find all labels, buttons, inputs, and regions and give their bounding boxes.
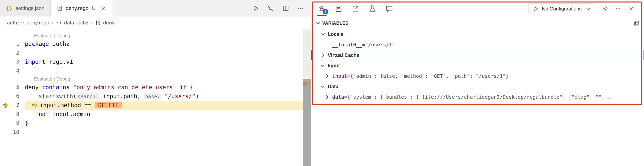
debug-config-dropdown[interactable]: No Configurations	[528, 3, 595, 14]
editor-scrollbar[interactable]	[302, 29, 311, 166]
variable-data[interactable]: data = {"system": {"bundles": {"file:///…	[311, 92, 644, 102]
open-changes-icon[interactable]	[267, 5, 274, 12]
breadcrumb-separator: ›	[22, 20, 24, 26]
chevron-down-icon[interactable]	[320, 84, 326, 90]
chevron-down-icon[interactable]	[320, 31, 326, 37]
code-token: input.admin	[49, 111, 90, 117]
code-line-3[interactable]: 3import rego.v1	[0, 57, 302, 66]
code-line-1[interactable]: 1package authz	[0, 39, 302, 48]
line-content: input.method == "DELETE"	[25, 101, 302, 110]
code-token: search:	[76, 93, 100, 100]
scrollbar-thumb[interactable]	[302, 79, 311, 166]
code-line-7[interactable]: 7 input.method == "DELETE"	[0, 101, 302, 110]
close-tab-icon[interactable]	[100, 5, 106, 11]
tab-deny-rego[interactable]: deny.rego U	[51, 0, 113, 17]
code-line-6[interactable]: 6 startswith(search: input.path, base: "…	[0, 92, 302, 101]
breadcrumb-item-data.authz[interactable]: data.authz	[56, 20, 88, 26]
breadcrumb-item-deny[interactable]: deny	[95, 20, 114, 26]
chevron-right-icon[interactable]	[324, 94, 330, 100]
line-number: 1	[0, 39, 25, 48]
scope-label: Virtual Cache	[328, 52, 359, 58]
codelens: Evaluate | Debug	[0, 75, 302, 83]
code-line-2[interactable]: 2	[0, 48, 302, 57]
code-token: {	[190, 84, 194, 91]
code-token: input.path	[100, 93, 137, 100]
start-debug-icon[interactable]	[532, 6, 538, 12]
editor-actions	[252, 0, 311, 16]
variables-section-header[interactable]: VARIABLES	[311, 18, 644, 29]
line-number: 9	[0, 119, 25, 128]
more-icon[interactable]	[615, 6, 621, 12]
code-token	[186, 84, 190, 91]
code-token: ,	[137, 93, 144, 100]
chevron-right-icon[interactable]	[320, 52, 326, 58]
variable-input[interactable]: input = {"admin": false, "method": "GET"…	[311, 71, 644, 81]
comment-icon[interactable]	[385, 5, 393, 13]
variable-__local0__[interactable]: __local0__ = "/users/1"	[311, 39, 644, 50]
code-lines: Evaluate | Debug1package authz23import r…	[0, 32, 302, 137]
export-icon[interactable]	[352, 5, 360, 13]
code-line-9[interactable]: 9}	[0, 119, 302, 128]
debug-current-line-icon	[2, 102, 9, 109]
debug-panel: 1 No Configurations VARIABLES Locals__lo…	[311, 0, 644, 166]
beaker-icon[interactable]	[368, 5, 376, 13]
codelens-evaluate[interactable]: Evaluate	[34, 76, 52, 81]
gutter[interactable]: 5	[0, 83, 25, 92]
line-content: package authz	[25, 39, 302, 48]
code-editor[interactable]: Evaluate | Debug1package authz23import r…	[0, 29, 302, 166]
breadcrumb-item-authz[interactable]: authz	[7, 20, 20, 26]
gutter[interactable]: 6	[0, 92, 25, 101]
list-icon[interactable]	[335, 5, 342, 13]
code-token: not	[38, 111, 49, 117]
more-icon[interactable]	[297, 5, 304, 12]
scope-virtual-cache[interactable]: Virtual Cache	[311, 50, 644, 60]
breadcrumb-separator: ›	[91, 20, 93, 26]
line-content	[25, 48, 302, 57]
code-line-5[interactable]: 5deny contains "only admins can delete u…	[0, 83, 302, 92]
line-number: 8	[0, 110, 25, 119]
line-content: import rego.v1	[25, 57, 302, 66]
variable-name: input	[332, 73, 347, 79]
codelens-debug[interactable]: Debug	[56, 33, 70, 38]
code-line-8[interactable]: 8 not input.admin	[0, 110, 302, 119]
gutter[interactable]: 7	[0, 101, 25, 110]
code-token	[25, 111, 38, 117]
chevron-down-icon	[585, 6, 591, 12]
code-line-10[interactable]: 10	[0, 128, 302, 137]
chevron-down-icon[interactable]	[320, 62, 326, 68]
breadcrumb-label: deny	[103, 20, 114, 26]
breadcrumb-item-deny.rego[interactable]: deny.rego	[26, 20, 50, 26]
debug-view-icons: 1	[318, 5, 393, 13]
codelens-evaluate[interactable]: Evaluate	[34, 33, 52, 38]
json-braces-icon: {}	[6, 5, 13, 11]
chevron-right-icon[interactable]	[324, 73, 330, 79]
gutter[interactable]: 2	[0, 48, 25, 57]
gear-icon[interactable]	[602, 6, 608, 12]
code-token	[176, 84, 180, 91]
gutter[interactable]: 9	[0, 119, 25, 128]
line-content: deny contains "only admins can delete us…	[25, 83, 302, 92]
code-token: }	[25, 120, 28, 126]
run-or-debug-icon[interactable]	[252, 5, 260, 12]
code-token: base:	[144, 93, 161, 100]
scope-input[interactable]: Input	[311, 60, 644, 71]
debug-alt-icon[interactable]: 1	[318, 5, 326, 13]
collapse-all-icon[interactable]	[634, 20, 640, 26]
gutter[interactable]: 4	[0, 66, 25, 75]
gutter[interactable]: 3	[0, 57, 25, 66]
code-token: if	[180, 84, 186, 91]
close-icon[interactable]	[628, 6, 634, 12]
codelens-debug[interactable]: Debug	[56, 76, 70, 81]
gutter[interactable]: 8	[0, 110, 25, 119]
scope-label: Locals	[328, 31, 343, 37]
scope-data[interactable]: Data	[311, 81, 644, 92]
tab-settings-json[interactable]: {} settings.json	[0, 0, 51, 16]
chevron-down-icon	[315, 20, 321, 26]
code-token: rego.v1	[46, 59, 73, 65]
scope-locals[interactable]: Locals	[311, 29, 644, 39]
code-line-4[interactable]: 4	[0, 66, 302, 75]
gutter[interactable]: 1	[0, 39, 25, 48]
split-editor-icon[interactable]	[282, 5, 289, 12]
gutter[interactable]: 10	[0, 128, 25, 137]
file-icon	[57, 5, 62, 11]
